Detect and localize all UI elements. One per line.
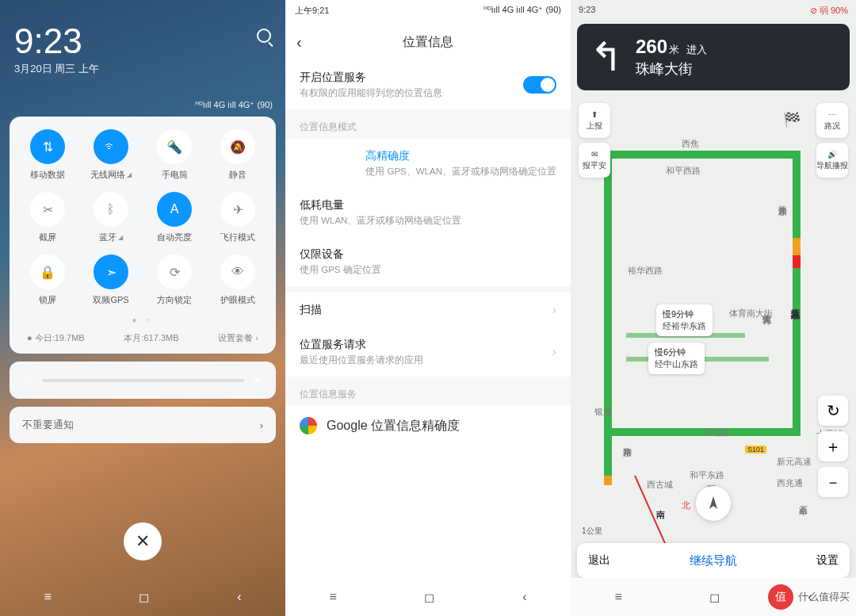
road-label: 西兆通 [777,477,803,489]
toggle-panel: ⇅ 移动数据ᯤ 无线网络◢🔦 手电筒🔕 静音✂ 截屏ᛒ 蓝牙◢A 自动亮度✈ 飞… [10,117,276,354]
alt-route-tip[interactable]: 慢9分钟 经裕华东路 [656,304,713,336]
svg-marker-0 [709,496,717,509]
bt-icon: ᛒ [94,192,128,227]
clock: 9:23 [14,24,99,59]
status-header: 9:23 3月20日 周三 上午 [0,0,285,82]
toggle-eye[interactable]: 👁 护眼模式 [206,254,269,306]
page-dots[interactable]: ● ○ [16,316,269,324]
back-icon[interactable]: ‹ [522,590,526,604]
upload-icon: ⬆ [591,110,598,119]
nav-settings-button[interactable]: 设置 [805,553,850,568]
alt-route-tip[interactable]: 慢6分钟 经中山东路 [648,342,705,374]
brightness-slider[interactable]: ☼ ☀ [10,362,276,399]
mute-icon: 🔕 [220,129,255,164]
location-settings-screen: 上午9:21 ᴴᴰiıll 4G iıll 4G⁺ (90) ‹ 位置信息 开启… [285,0,571,616]
location-mode-row[interactable]: 低耗电量使用 WLAN、蓝牙或移动网络确定位置 [285,188,571,237]
location-mode-row[interactable]: 高精确度使用 GPS、WLAN、蓝牙或移动网络确定位置 [285,139,571,188]
report-button[interactable]: ⬆ 上报 [579,103,610,138]
road-label: 体育南大街 [729,308,773,319]
toggle-label: 无线网络◢ [90,169,132,181]
unimportant-notifications-row[interactable]: 不重要通知 › [10,407,276,443]
exit-button[interactable]: 退出 [577,553,621,568]
request-desc: 最近使用位置服务请求的应用 [300,354,423,366]
toggle-gps[interactable]: ➣ 双频GPS [79,254,143,306]
scan-label: 扫描 [300,303,322,317]
map-canvas[interactable]: 裕华西路 和平西路 西焦 西三环北路 西三环北路 体育北大街 北二环东路 裕华东… [571,0,856,616]
road-label: 裕华西路 [628,265,663,277]
toggle-label: 飞行模式 [220,231,255,243]
toggle-rotate[interactable]: ⟳ 方向锁定 [143,254,206,306]
recent-apps-icon[interactable]: ≡ [614,590,621,604]
back-icon[interactable]: ‹ [237,590,241,604]
continue-nav-button[interactable]: 继续导航 [621,553,805,568]
toggle-bt[interactable]: ᛒ 蓝牙◢ [79,192,143,243]
toggle-swap[interactable]: ⇅ 移动数据 [16,129,79,181]
toggle-label: 移动数据 [30,169,65,181]
road-label: 和平西路 [666,165,701,177]
road-label: 西古城 [647,479,673,491]
highway-shield: S101 [745,446,766,453]
auto-icon: A [157,192,192,227]
refresh-button[interactable]: ↻ [818,396,848,426]
enable-desc: 有权限的应用能得到您的位置信息 [300,87,442,99]
toggle-torch[interactable]: 🔦 手电筒 [143,129,206,181]
home-icon[interactable]: ◻ [424,590,434,605]
data-usage-row[interactable]: ● 今日:19.7MB 本月:617.3MB 设置套餐 › [16,324,269,346]
location-requests-row[interactable]: 位置服务请求 最近使用位置服务请求的应用 › [285,327,571,377]
toggle-auto[interactable]: A 自动亮度 [143,192,206,243]
recent-apps-icon[interactable]: ≡ [329,590,336,604]
enable-location-switch[interactable] [523,76,556,94]
compass-button[interactable] [696,486,731,521]
page-header: ‹ 位置信息 [285,24,571,60]
toggle-wifi[interactable]: ᯤ 无线网络◢ [79,129,143,181]
shield-icon: ✉ [591,150,598,159]
compass-north: 北 [682,499,690,511]
compass-south: 南 [656,509,665,521]
watermark: 值 什么值得买 [768,584,850,610]
toggle-label: 静音 [229,169,246,181]
scan-row[interactable]: 扫描 › [285,293,571,327]
nav-bottom-bar: 退出 继续导航 设置 [577,543,850,578]
recent-apps-icon[interactable]: ≡ [44,590,51,604]
voice-button[interactable]: 🔊 导航播报 [816,143,848,178]
toggle-plane[interactable]: ✈ 飞行模式 [206,192,269,243]
home-icon[interactable]: ◻ [709,590,720,605]
mode-desc: 使用 GPS 确定位置 [300,264,381,276]
toggle-scissors[interactable]: ✂ 截屏 [16,192,79,243]
zoom-out-button[interactable]: － [818,467,848,497]
turn-left-icon: ↰ [590,34,623,80]
close-button[interactable]: ✕ [124,522,162,561]
service-section-header: 位置信息服务 [285,377,571,406]
location-mode-row[interactable]: 仅限设备使用 GPS 确定位置 [285,237,571,286]
android-navbar: ≡ ◻ ‹ [285,578,571,616]
google-accuracy-row[interactable]: Google 位置信息精确度 [285,406,571,446]
usage-plan-link[interactable]: 设置套餐 › [218,332,258,344]
rotate-icon: ⟳ [157,254,192,289]
home-icon[interactable]: ◻ [139,590,149,605]
usage-month: 本月:617.3MB [124,332,178,344]
back-button[interactable]: ‹ [296,33,302,52]
request-title: 位置服务请求 [300,338,423,352]
toggle-lock[interactable]: 🔒 锁屏 [16,254,79,306]
watermark-text: 什么值得买 [798,590,850,604]
instruction-card[interactable]: ↰ 260米 进入 珠峰大街 [577,24,850,90]
enable-location-row[interactable]: 开启位置服务 有权限的应用能得到您的位置信息 [285,60,571,109]
gps-icon: ➣ [94,254,128,289]
network-status: ᴴᴰiıll 4G iıll 4G⁺ (90) [0,100,285,110]
toggle-label: 锁屏 [39,294,56,306]
navigation-map-screen: 裕华西路 和平西路 西焦 西三环北路 西三环北路 体育北大街 北二环东路 裕华东… [571,0,856,616]
traffic-button[interactable]: ⋯ 路况 [816,103,848,138]
toggle-label: 蓝牙◢ [99,231,123,243]
mode-section-header: 位置信息模式 [285,109,571,139]
plane-icon: ✈ [220,192,255,227]
wifi-icon: ᯤ [94,129,128,164]
safety-button[interactable]: ✉ 报平安 [579,143,610,178]
search-icon[interactable] [257,29,271,43]
road-label: 和平东路 [690,469,724,481]
swap-icon: ⇅ [30,129,65,164]
toggle-mute[interactable]: 🔕 静音 [206,129,269,181]
zoom-in-button[interactable]: ＋ [818,431,848,461]
toggle-label: 双频GPS [93,294,128,306]
status-network: ᴴᴰiıll 4G iıll 4G⁺ (90) [483,5,561,24]
quick-settings-screen: 9:23 3月20日 周三 上午 ᴴᴰiıll 4G iıll 4G⁺ (90)… [0,0,285,616]
